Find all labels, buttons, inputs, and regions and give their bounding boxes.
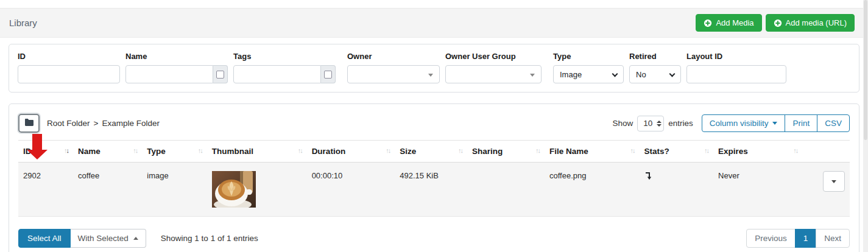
cell-size: 492.15 KiB — [395, 163, 467, 217]
filter-panel: ID Name Tags Owner — [9, 44, 859, 93]
cell-stats — [640, 163, 713, 217]
column-header-size[interactable]: Size↑↓ — [395, 141, 467, 163]
column-header-thumbnail[interactable]: Thumbnail↑↓ — [207, 141, 307, 163]
sort-icon: ↑↓ — [704, 147, 708, 154]
select-all-button[interactable]: Select All — [18, 229, 71, 248]
sort-icon: ↑↓ — [793, 147, 797, 154]
column-header-type[interactable]: Type↑↓ — [142, 141, 206, 163]
folder-tree-button[interactable] — [18, 114, 40, 133]
name-filter-input[interactable] — [125, 65, 213, 83]
cell-actions — [802, 163, 850, 217]
plus-circle-icon — [774, 19, 782, 27]
owner-user-group-filter-label: Owner User Group — [445, 52, 542, 61]
tags-filter-label: Tags — [233, 52, 336, 61]
folder-icon — [24, 118, 34, 128]
table-row[interactable]: 2902 coffee image — [18, 163, 850, 217]
media-thumbnail-image[interactable] — [212, 171, 256, 208]
chevron-down-icon — [612, 71, 618, 77]
page-header: Library Add Media Add media (URL) — [0, 8, 868, 38]
page-length-select[interactable]: 10 — [637, 116, 664, 131]
dropdown-caret-icon — [530, 74, 535, 77]
cell-sharing — [467, 163, 545, 217]
chevron-down-icon — [669, 71, 676, 77]
name-filter-label: Name — [125, 52, 228, 61]
column-visibility-button[interactable]: Column visibility — [702, 114, 786, 132]
id-filter-label: ID — [18, 52, 120, 61]
top-whitespace — [0, 0, 868, 8]
layout-id-filter-label: Layout ID — [686, 52, 786, 61]
print-button[interactable]: Print — [785, 114, 817, 132]
entries-label: entries — [668, 119, 693, 128]
sort-icon: ↑↓ — [298, 147, 302, 154]
caret-up-icon — [133, 237, 138, 240]
pagination-previous-button[interactable]: Previous — [746, 229, 796, 248]
tags-exact-match-addon — [321, 65, 336, 83]
spinner-up-down-icon — [657, 121, 662, 127]
layout-id-filter-input[interactable] — [686, 65, 786, 83]
column-header-file-name[interactable]: File Name↑↓ — [545, 141, 640, 163]
tags-filter-input[interactable] — [233, 65, 321, 83]
type-filter-label: Type — [553, 52, 624, 61]
cell-expires: Never — [713, 163, 802, 217]
sort-icon: ↑↓ — [386, 147, 390, 154]
sort-icon: ↑↓ — [198, 147, 202, 154]
pagination-page-1-button[interactable]: 1 — [795, 229, 817, 248]
csv-button[interactable]: CSV — [817, 114, 850, 132]
dropdown-caret-icon — [428, 74, 433, 77]
sort-icon: ↑↓ — [535, 147, 540, 154]
owner-select[interactable] — [347, 65, 440, 83]
show-label: Show — [612, 119, 633, 128]
cell-type: image — [142, 163, 206, 217]
media-grid-panel: Root Folder > Example Folder Show 10 ent… — [9, 103, 859, 252]
sort-icon: ↑↓ — [133, 147, 137, 154]
caret-down-icon — [831, 180, 836, 183]
with-selected-dropdown-button[interactable]: With Selected — [71, 229, 146, 248]
showing-entries-text: Showing 1 to 1 of 1 entries — [161, 234, 258, 243]
type-select[interactable]: Image — [553, 65, 624, 83]
table-header-row: ID↑↓ Name↑↓ Type↑↓ Thumbnail↑↓ Duration↑… — [18, 141, 850, 163]
column-header-actions — [802, 141, 850, 163]
column-header-sharing[interactable]: Sharing↑↓ — [467, 141, 545, 163]
cell-id: 2902 — [18, 163, 73, 217]
id-filter-input[interactable] — [18, 65, 120, 83]
pagination-next-button[interactable]: Next — [816, 229, 850, 248]
page-scrollbar[interactable] — [863, 0, 868, 252]
column-header-stats[interactable]: Stats?↑↓ — [640, 141, 713, 163]
stats-level-down-icon — [644, 171, 708, 180]
sort-icon: ↑↓ — [630, 147, 635, 154]
add-media-url-button[interactable]: Add media (URL) — [766, 14, 855, 32]
owner-filter-label: Owner — [347, 52, 440, 61]
name-exact-match-checkbox[interactable] — [216, 71, 224, 79]
scrollbar-thumb[interactable] — [864, 0, 867, 140]
page-title: Library — [9, 18, 37, 28]
tags-exact-match-checkbox[interactable] — [324, 71, 332, 79]
column-header-duration[interactable]: Duration↑↓ — [307, 141, 395, 163]
cell-duration: 00:00:10 — [307, 163, 395, 217]
add-media-button[interactable]: Add Media — [696, 14, 761, 32]
breadcrumb-separator: > — [94, 119, 99, 128]
breadcrumb-root-folder[interactable]: Root Folder — [47, 119, 90, 128]
retired-filter-label: Retired — [629, 52, 681, 61]
sort-icon: ↑↓ — [64, 147, 68, 154]
pagination: Previous 1 Next — [746, 229, 850, 248]
column-header-name[interactable]: Name↑↓ — [73, 141, 142, 163]
column-header-expires[interactable]: Expires↑↓ — [713, 141, 802, 163]
cell-thumbnail — [207, 163, 307, 217]
cell-name: coffee — [73, 163, 142, 217]
name-exact-match-addon — [213, 65, 228, 83]
sort-icon: ↑↓ — [458, 147, 462, 154]
owner-user-group-select[interactable] — [445, 65, 542, 83]
retired-select[interactable]: No — [629, 65, 681, 83]
column-header-id[interactable]: ID↑↓ — [18, 141, 73, 163]
media-table: ID↑↓ Name↑↓ Type↑↓ Thumbnail↑↓ Duration↑… — [18, 140, 850, 217]
cell-file-name: coffee.png — [545, 163, 640, 217]
breadcrumb: Root Folder > Example Folder — [47, 119, 160, 128]
caret-down-icon — [772, 122, 777, 125]
row-actions-dropdown-button[interactable] — [823, 171, 845, 192]
plus-circle-icon — [704, 19, 712, 27]
breadcrumb-current-folder[interactable]: Example Folder — [102, 119, 160, 128]
